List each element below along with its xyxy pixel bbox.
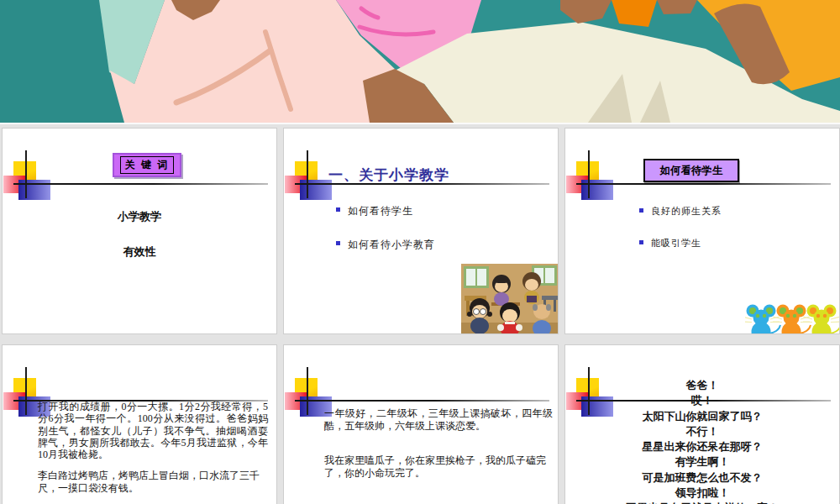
bullet-item: 能吸引学生 (639, 237, 701, 249)
keyword-line-1: 小学教学 (3, 209, 276, 224)
bullet-item: 如何看待小学教育 (336, 238, 435, 252)
accent-horizontal-line (295, 400, 549, 402)
bullet-text: 良好的师生关系 (651, 206, 722, 216)
accent-vertical-line (307, 367, 308, 415)
dialog-line: 爸爸！ (565, 378, 839, 393)
slide-thumbnail-5[interactable]: 一年级好，二年级坏，三年级上课搞破坏，四年级酷，五年级帅，六年级上课谈恋爱。 我… (283, 344, 559, 504)
accent-horizontal-line (13, 183, 268, 185)
slide-thumbnail-3[interactable]: 如何看待学生 良好的师生关系 能吸引学生 (564, 128, 840, 334)
keyword-title-text: 关 键 词 (120, 156, 175, 174)
accent-vertical-line (25, 367, 27, 415)
slide-thumbnail-1[interactable]: 关 键 词 小学教学 有效性 (2, 128, 277, 334)
three-mice-icon (745, 303, 840, 334)
keyword-line-2: 有效性 (3, 244, 276, 260)
dialog-line: 可是加班费怎么也不发？ (565, 470, 839, 486)
accent-vertical-line (588, 150, 590, 198)
dialog-line: 领导扣啦！ (565, 486, 839, 501)
slide-body-text: 爸爸！ 哎！ 太阳下山你就回家了吗？ 不行！ 星星出来你还呆在那呀？ 有学生啊！… (565, 378, 839, 504)
dialog-line: 不行！ (565, 424, 839, 439)
boxed-slide-title: 如何看待学生 (643, 159, 739, 182)
accent-horizontal-line (576, 183, 831, 185)
accent-vertical-line (25, 150, 27, 198)
slide-thumbnail-4[interactable]: 打开我的成绩册，0分一大摞。1分2分我经常得，5分6分我一年得一个。100分从来… (2, 344, 277, 504)
bullet-item: 如何看待学生 (336, 204, 413, 218)
bullet-text: 如何看待小学教育 (348, 239, 435, 250)
paragraph: 一年级好，二年级坏，三年级上课搞破坏，四年级酷，五年级帅，六年级上课谈恋爱。 (324, 407, 553, 432)
slide-thumbnail-2[interactable]: 一、关于小学教学 如何看待学生 如何看待小学教育 (283, 128, 559, 334)
bullet-square-icon (336, 241, 340, 245)
slide-thumbnail-6[interactable]: 爸爸！ 哎！ 太阳下山你就回家了吗？ 不行！ 星星出来你还呆在那呀？ 有学生啊！… (564, 344, 840, 504)
paragraph: 打开我的成绩册，0分一大摞。1分2分我经常得，5分6分我一年得一个。100分从来… (38, 401, 268, 460)
bullet-square-icon (639, 240, 643, 244)
cartoon-illustration (0, 0, 840, 123)
banner-slide-illustration[interactable] (0, 0, 840, 123)
bullet-text: 能吸引学生 (651, 238, 701, 248)
bullet-square-icon (639, 208, 643, 213)
slide-body-text: 打开我的成绩册，0分一大摞。1分2分我经常得，5分6分我一年得一个。100分从来… (38, 401, 268, 494)
slide-body-text: 一年级好，二年级坏，三年级上课搞破坏，四年级酷，五年级帅，六年级上课谈恋爱。 我… (324, 407, 553, 479)
bullet-item: 良好的师生关系 (639, 205, 722, 218)
bullet-square-icon (336, 207, 340, 212)
dialog-line: 哎！ (565, 393, 839, 408)
dialog-line: 再累也是白干就是吉祥的一家！ (565, 501, 839, 504)
dialog-line: 太阳下山你就回家了吗？ (565, 409, 839, 424)
paragraph: 李白路过烤鸭店，烤鸭店上冒白烟，口水流了三千尺，一摸口袋没有钱。 (38, 470, 268, 494)
slide-title: 一、关于小学教学 (328, 165, 449, 185)
paragraph: 我在家里嗑瓜子，你在家里挨枪子，我的瓜子磕完了，你的小命玩完了。 (324, 454, 553, 479)
dialog-line: 星星出来你还呆在那呀？ (565, 439, 839, 454)
classroom-figurines-image (461, 264, 559, 334)
accent-vertical-line (307, 150, 308, 198)
bullet-text: 如何看待学生 (348, 205, 413, 217)
keyword-title-box: 关 键 词 (113, 153, 181, 177)
dialog-line: 有学生啊！ (565, 454, 839, 470)
